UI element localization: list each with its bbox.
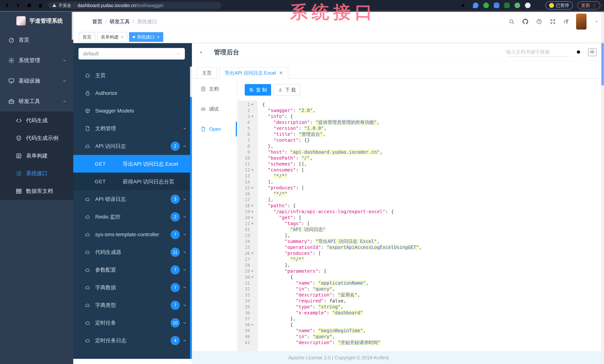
github-icon[interactable] xyxy=(522,19,528,25)
knife4j-nav-item[interactable]: Swagger Models xyxy=(73,102,192,120)
sidebar-item[interactable]: 研发工具 xyxy=(0,91,73,112)
sidebar-subitem[interactable]: 代码生成示例 xyxy=(0,129,73,147)
update-pill[interactable]: 更新 ⋮ xyxy=(578,1,600,10)
knife4j-nav-item[interactable]: GET 导出API 访问日志 Excel xyxy=(73,155,192,173)
fullscreen-icon[interactable] xyxy=(550,19,556,25)
cloud-icon xyxy=(85,302,90,308)
knife4j-nav-item[interactable]: 代码生成器 11 xyxy=(73,243,192,261)
knife4j-nav-item[interactable]: Authorize xyxy=(73,84,192,102)
bookmark-star-icon[interactable] xyxy=(460,3,466,8)
knife4j-nav-item[interactable]: GET 获得API 访问日志分页 xyxy=(73,173,192,190)
page-tab[interactable]: 首页 × xyxy=(79,32,95,42)
reload-icon[interactable] xyxy=(26,2,32,9)
extension-icon[interactable] xyxy=(473,3,478,8)
fold-arrow-icon[interactable]: ▾ xyxy=(252,268,257,274)
help-icon[interactable] xyxy=(536,19,542,25)
sidebar-item[interactable]: 首页 xyxy=(0,30,73,50)
extension-icon[interactable] xyxy=(494,3,499,8)
knife4j-nav-item[interactable]: 主页 xyxy=(73,67,192,84)
fold-arrow-icon[interactable]: ▾ xyxy=(252,209,257,215)
download-button[interactable]: 下 载 xyxy=(274,84,300,96)
collapse-menu-icon[interactable] xyxy=(199,49,206,56)
close-icon[interactable]: ✕ xyxy=(279,70,283,76)
sidebar-subitem[interactable]: 系统接口 xyxy=(0,165,73,182)
fold-arrow-icon[interactable]: ▾ xyxy=(252,322,257,328)
paused-pill[interactable]: 已暂停 xyxy=(545,1,573,10)
knife4j-nav-item[interactable]: 文档管理 xyxy=(73,120,192,137)
hamburger-icon[interactable] xyxy=(78,18,85,25)
sidebar-item[interactable]: 系统管理 xyxy=(0,50,73,71)
knife4j-nav-item[interactable]: API 错误日志 3 xyxy=(73,190,192,208)
sidebar-item[interactable]: 基础设施 xyxy=(0,71,73,91)
doc-side-nav-item[interactable]: 文档 xyxy=(192,79,237,99)
extension-icon[interactable] xyxy=(515,3,520,8)
page-tab[interactable]: 系统接口 × xyxy=(129,32,163,42)
doc-side-nav-item[interactable]: 调试 xyxy=(192,99,237,119)
group-select[interactable]: default xyxy=(78,48,185,60)
count-badge: 2 xyxy=(171,142,179,150)
line-number: 7 xyxy=(238,137,250,143)
address-bar[interactable]: 不安全 dashboard.yudao.iocoder.cn/tool/swag… xyxy=(48,2,221,9)
close-icon[interactable]: × xyxy=(121,34,124,40)
panel-scrollbar-track[interactable] xyxy=(190,67,192,358)
doc-search-input[interactable] xyxy=(506,48,569,57)
breadcrumb-home[interactable]: 首页 xyxy=(92,18,102,25)
fold-arrow-icon[interactable]: ▾ xyxy=(252,250,257,256)
knife4j-nav-item[interactable]: 定时任务日志 4 xyxy=(73,332,192,349)
language-toggle[interactable]: 中 xyxy=(588,48,597,56)
close-icon[interactable]: × xyxy=(157,34,160,40)
back-icon[interactable] xyxy=(4,2,10,9)
knife4j-nav-item[interactable]: 字典数据 7 xyxy=(73,279,192,296)
fold-arrow-icon[interactable]: ▾ xyxy=(252,221,257,226)
copy-button[interactable]: 复 制 xyxy=(245,84,271,96)
extension-icon[interactable] xyxy=(525,3,530,8)
panel-hscrollbar[interactable] xyxy=(73,359,192,364)
doc-tab[interactable]: 导出API 访问日志 Excel ✕ xyxy=(219,67,288,79)
extension-icon[interactable] xyxy=(504,3,510,8)
fold-arrow-icon[interactable]: ▾ xyxy=(252,203,257,209)
count-badge: 7 xyxy=(171,301,179,309)
page-scrollbar-thumb[interactable] xyxy=(601,43,604,86)
sidebar-subitem[interactable]: 表单构建 xyxy=(0,147,73,165)
fold-arrow-icon[interactable]: ▾ xyxy=(252,185,257,191)
caret-down-icon[interactable] xyxy=(594,19,599,24)
panel-scrollbar-thumb[interactable] xyxy=(190,97,192,364)
page-tab[interactable]: 表单构建 × xyxy=(97,32,127,42)
knife4j-nav-item[interactable]: API 访问日志 2 xyxy=(73,137,192,155)
avatar[interactable] xyxy=(576,13,587,30)
search-icon[interactable] xyxy=(576,49,582,55)
doc-side-nav-item[interactable]: Open xyxy=(192,119,237,139)
knife4j-nav-item[interactable]: Redis 监控 2 xyxy=(73,208,192,226)
update-label: 更新 xyxy=(581,2,590,8)
sidebar-scrollbar-thumb[interactable] xyxy=(72,12,73,40)
page-scrollbar[interactable] xyxy=(601,12,604,364)
sidebar-subitem[interactable]: 数据库文档 xyxy=(0,182,73,200)
logo-row[interactable]: 芋道管理系统 xyxy=(0,12,73,30)
knife4j-nav-item[interactable]: 参数配置 7 xyxy=(73,261,192,279)
line-number: 40 xyxy=(238,334,250,340)
extension-icon[interactable] xyxy=(483,3,489,8)
fold-arrow-icon[interactable]: ▾ xyxy=(252,113,257,119)
sidebar-subitem[interactable]: 代码生成 xyxy=(0,112,73,129)
code-line: 9 ▾ "host": "api-dashboard.yudao.iocoder… xyxy=(238,149,601,155)
browser-bar: 不安全 dashboard.yudao.iocoder.cn/tool/swag… xyxy=(0,0,604,11)
knife4j-nav-item[interactable]: 定时任务 10 xyxy=(73,314,192,332)
fold-arrow-icon[interactable]: ▾ xyxy=(252,274,257,280)
fold-arrow-icon[interactable]: ▾ xyxy=(252,215,257,221)
knife4j-nav-item[interactable]: sys-sms-template-controller 7 xyxy=(73,226,192,243)
knife4j-nav-item[interactable]: 字典类型 7 xyxy=(73,296,192,314)
chevron-down-icon xyxy=(63,99,67,103)
fold-arrow-icon[interactable]: ▾ xyxy=(252,167,257,173)
page-tab-label: 首页 xyxy=(83,34,91,40)
knife4j-nav-label: 代码生成器 xyxy=(95,249,171,256)
search-icon[interactable] xyxy=(509,19,515,25)
doc-tab[interactable]: 主页 ✕ xyxy=(197,67,217,79)
fold-arrow-icon[interactable]: ▾ xyxy=(252,101,257,108)
cloud-icon xyxy=(85,338,90,343)
extension-icon[interactable] xyxy=(535,3,541,8)
knife4j-nav-label: Authorize xyxy=(95,90,187,96)
breadcrumb-tools[interactable]: 研发工具 xyxy=(110,18,130,25)
browser-home-icon[interactable] xyxy=(37,2,44,9)
font-size-icon[interactable]: TT xyxy=(564,18,568,25)
forward-icon[interactable] xyxy=(15,2,21,9)
